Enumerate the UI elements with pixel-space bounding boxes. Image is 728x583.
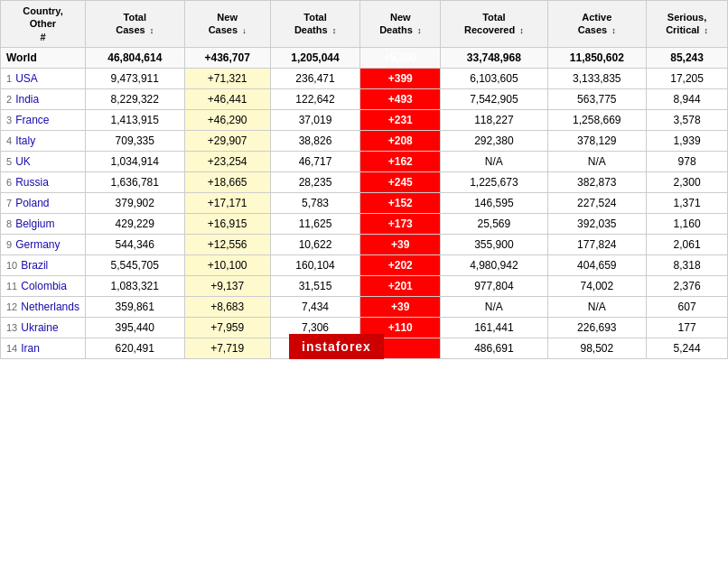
active-cases-cell: 98,502 (547, 338, 647, 358)
new-deaths-cell: +162 (360, 151, 441, 171)
new-deaths-cell: +39 (360, 296, 441, 317)
total-recovered-cell: N/A (441, 151, 547, 171)
country-cell: 12Netherlands (1, 296, 86, 317)
total-cases-cell: 1,636,781 (85, 171, 184, 192)
country-link[interactable]: Brazil (21, 259, 48, 272)
country-link[interactable]: France (15, 114, 49, 126)
table-row: 10Brazil5,545,705+10,100160,104+2024,980… (1, 254, 728, 275)
table-row: 2India8,229,322+46,441122,642+4937,542,9… (1, 88, 728, 109)
total-deaths-cell: 236,471 (270, 68, 360, 88)
country-cell: 6Russia (1, 171, 86, 192)
table-row: 4Italy709,335+29,90738,826+208292,380378… (1, 130, 728, 151)
country-link[interactable]: India (15, 93, 39, 106)
instaforex-banner: instaforex (289, 334, 384, 359)
world-total-recovered: 33,748,968 (441, 47, 547, 68)
country-link[interactable]: Poland (15, 197, 49, 209)
col-header-rank: Country, Other # (1, 1, 86, 48)
col-header-active-cases[interactable]: ActiveCases ↕ (547, 1, 647, 48)
world-total-deaths: 1,205,044 (270, 47, 360, 68)
country-link[interactable]: Iran (21, 342, 40, 355)
active-cases-cell: N/A (547, 296, 647, 317)
country-link[interactable]: Belgium (15, 217, 54, 230)
country-cell: 5UK (1, 151, 86, 171)
serious-cell: 1,160 (647, 213, 728, 234)
total-recovered-cell: 355,900 (441, 234, 547, 254)
serious-cell: 17,205 (647, 68, 728, 88)
total-cases-cell: 620,491 (85, 338, 184, 358)
new-deaths-cell: +152 (360, 192, 441, 213)
new-deaths-cell: +208 (360, 130, 441, 151)
serious-cell: 1,371 (647, 192, 728, 213)
col-header-serious[interactable]: Serious,Critical ↕ (647, 1, 728, 48)
col-header-total-deaths[interactable]: TotalDeaths ↕ (270, 1, 360, 48)
new-cases-cell: +46,441 (184, 88, 270, 109)
country-link[interactable]: UK (15, 155, 31, 168)
total-deaths-cell: 46,717 (270, 151, 360, 171)
col-header-new-cases[interactable]: NewCases ↓ (184, 1, 270, 48)
new-cases-cell: +71,321 (184, 68, 270, 88)
table-row: 1USA9,473,911+71,321236,471+3996,103,605… (1, 68, 728, 88)
new-cases-cell: +10,100 (184, 254, 270, 275)
serious-cell: 978 (647, 151, 728, 171)
country-link[interactable]: Italy (15, 134, 35, 147)
new-cases-cell: +12,556 (184, 234, 270, 254)
serious-cell: 2,061 (647, 234, 728, 254)
table-row: 6Russia1,636,781+18,66528,235+2451,225,6… (1, 171, 728, 192)
active-cases-cell: 378,129 (547, 130, 647, 151)
col-header-total-cases[interactable]: TotalCases ↕ (85, 1, 184, 48)
country-cell: 10Brazil (1, 254, 86, 275)
col-header-new-deaths[interactable]: NewDeaths ↕ (360, 1, 441, 48)
total-deaths-cell: 37,019 (270, 109, 360, 130)
table-row: 12Netherlands359,861+8,6837,434+39N/AN/A… (1, 296, 728, 317)
total-cases-cell: 9,473,911 (85, 68, 184, 88)
country-link[interactable]: Ukraine (21, 321, 58, 334)
active-cases-cell: 226,693 (547, 317, 647, 338)
new-deaths-cell: +399 (360, 68, 441, 88)
total-deaths-cell: 10,622 (270, 234, 360, 254)
table-row: 5UK1,034,914+23,25446,717+162N/AN/A978 (1, 151, 728, 171)
total-cases-cell: 379,902 (85, 192, 184, 213)
covid-stats-table: Country, Other # TotalCases ↕ NewCases ↓… (0, 0, 728, 359)
country-link[interactable]: Netherlands (21, 301, 79, 313)
total-cases-cell: 8,229,322 (85, 88, 184, 109)
world-new-cases: +436,707 (184, 47, 270, 68)
total-recovered-cell: 486,691 (441, 338, 547, 358)
serious-cell: 3,578 (647, 109, 728, 130)
new-deaths-cell: +231 (360, 109, 441, 130)
total-cases-cell: 395,440 (85, 317, 184, 338)
new-cases-cell: +8,683 (184, 296, 270, 317)
new-cases-cell: +18,665 (184, 171, 270, 192)
table-row: 8Belgium429,229+16,91511,625+17325,56939… (1, 213, 728, 234)
world-row: World 46,804,614 +436,707 1,205,044 +5,3… (1, 47, 728, 68)
new-cases-cell: +7,719 (184, 338, 270, 358)
new-deaths-cell: +39 (360, 234, 441, 254)
total-cases-cell: 5,545,705 (85, 254, 184, 275)
serious-cell: 8,318 (647, 254, 728, 275)
new-cases-cell: +29,907 (184, 130, 270, 151)
country-cell: 9Germany (1, 234, 86, 254)
total-recovered-cell: 161,441 (441, 317, 547, 338)
total-deaths-cell: 38,826 (270, 130, 360, 151)
serious-cell: 1,939 (647, 130, 728, 151)
total-recovered-cell: 7,542,905 (441, 88, 547, 109)
country-link[interactable]: Colombia (21, 280, 67, 292)
active-cases-cell: 1,258,669 (547, 109, 647, 130)
country-link[interactable]: Russia (15, 176, 49, 189)
active-cases-cell: 74,002 (547, 275, 647, 296)
country-link[interactable]: Germany (15, 238, 60, 251)
total-recovered-cell: 4,980,942 (441, 254, 547, 275)
country-cell: 13Ukraine (1, 317, 86, 338)
new-deaths-cell: +202 (360, 254, 441, 275)
new-cases-cell: +9,137 (184, 275, 270, 296)
total-deaths-cell: 7,434 (270, 296, 360, 317)
country-link[interactable]: USA (15, 72, 38, 85)
covid-table-wrapper: Country, Other # TotalCases ↕ NewCases ↓… (0, 0, 728, 359)
col-header-total-recovered[interactable]: TotalRecovered ↕ (441, 1, 547, 48)
total-cases-cell: 1,083,321 (85, 275, 184, 296)
serious-cell: 2,376 (647, 275, 728, 296)
active-cases-cell: 404,659 (547, 254, 647, 275)
world-new-deaths: +5,300 (360, 47, 441, 68)
total-deaths-cell: 11,625 (270, 213, 360, 234)
total-deaths-cell: 122,642 (270, 88, 360, 109)
new-deaths-cell: +493 (360, 88, 441, 109)
